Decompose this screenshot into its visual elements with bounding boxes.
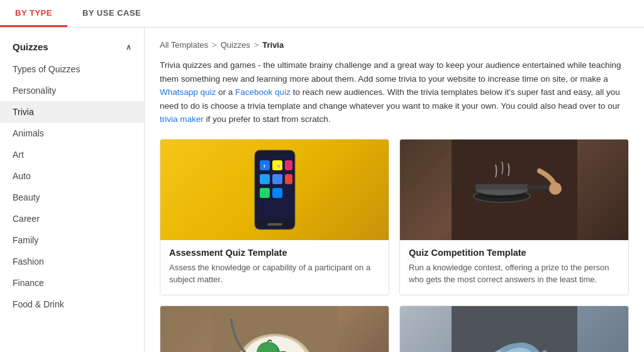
sidebar-item-personality[interactable]: Personality bbox=[0, 80, 144, 101]
desc-link-whatsapp[interactable]: Whatsapp quiz bbox=[160, 87, 216, 97]
svg-point-19 bbox=[549, 182, 562, 195]
card-image-competition bbox=[400, 140, 628, 240]
sidebar: Quizzes ∧ Types of Quizzes Personality T… bbox=[0, 28, 145, 352]
tab-by-type[interactable]: BY TYPE bbox=[0, 0, 67, 27]
main-content: All Templates > Quizzes > Trivia Trivia … bbox=[145, 28, 644, 352]
svg-rect-9 bbox=[260, 188, 270, 198]
svg-rect-8 bbox=[285, 174, 292, 184]
card-desc-competition: Run a knowledge contest, offering a priz… bbox=[409, 261, 619, 286]
desc-link-trivia-maker[interactable]: trivia maker bbox=[160, 114, 204, 124]
svg-rect-5 bbox=[285, 160, 292, 170]
svg-rect-6 bbox=[260, 174, 270, 184]
card-quiz-competition[interactable]: Quiz Competition Template Run a knowledg… bbox=[399, 139, 629, 295]
breadcrumb-sep-1: > bbox=[212, 40, 217, 50]
sidebar-item-trivia[interactable]: Trivia bbox=[0, 101, 144, 123]
svg-rect-17 bbox=[475, 184, 528, 190]
main-layout: Quizzes ∧ Types of Quizzes Personality T… bbox=[0, 28, 644, 352]
sidebar-item-family[interactable]: Family bbox=[0, 229, 144, 251]
breadcrumb-all-templates[interactable]: All Templates bbox=[160, 40, 208, 50]
svg-rect-2 bbox=[267, 223, 282, 226]
desc-text-end: if you prefer to start from scratch. bbox=[204, 114, 331, 124]
card-assessment-quiz[interactable]: f 👻 Assessment Quiz Template Assess the … bbox=[160, 139, 389, 295]
svg-text:👻: 👻 bbox=[277, 164, 281, 168]
sidebar-item-types-of-quizzes[interactable]: Types of Quizzes bbox=[0, 58, 144, 80]
desc-link-facebook[interactable]: Facebook quiz bbox=[235, 87, 291, 97]
card-health-quiz[interactable]: Health Quiz Template Test knowledge on h… bbox=[160, 305, 389, 352]
card-auto-quiz[interactable]: Auto Quiz Template Test knowledge on cla… bbox=[399, 305, 629, 352]
desc-text-before: Trivia quizzes and games - the ultimate … bbox=[160, 60, 621, 84]
page-description: Trivia quizzes and games - the ultimate … bbox=[160, 58, 629, 126]
sidebar-section-label: Quizzes bbox=[13, 41, 48, 52]
sidebar-item-career[interactable]: Career bbox=[0, 208, 144, 229]
card-image-health bbox=[160, 306, 389, 352]
card-title-competition: Quiz Competition Template bbox=[409, 248, 619, 258]
breadcrumb: All Templates > Quizzes > Trivia bbox=[160, 40, 629, 50]
sidebar-item-beauty[interactable]: Beauty bbox=[0, 187, 144, 208]
breadcrumb-current: Trivia bbox=[262, 40, 284, 50]
sidebar-item-finance[interactable]: Finance bbox=[0, 272, 144, 294]
card-body-competition: Quiz Competition Template Run a knowledg… bbox=[400, 240, 628, 295]
card-desc-assessment: Assess the knowledge or capability of a … bbox=[169, 261, 380, 286]
card-title-assessment: Assessment Quiz Template bbox=[169, 248, 380, 258]
sidebar-item-art[interactable]: Art bbox=[0, 144, 144, 165]
chevron-up-icon: ∧ bbox=[126, 43, 131, 52]
sidebar-item-fashion[interactable]: Fashion bbox=[0, 251, 144, 272]
card-image-auto bbox=[400, 306, 628, 352]
breadcrumb-sep-2: > bbox=[254, 40, 259, 50]
svg-rect-10 bbox=[272, 188, 282, 198]
sidebar-item-food-drink[interactable]: Food & Drink bbox=[0, 294, 144, 315]
card-body-assessment: Assessment Quiz Template Assess the know… bbox=[160, 240, 389, 295]
sidebar-item-auto[interactable]: Auto bbox=[0, 165, 144, 187]
desc-text-mid1: or a bbox=[216, 87, 235, 97]
svg-rect-7 bbox=[272, 174, 282, 184]
breadcrumb-quizzes[interactable]: Quizzes bbox=[221, 40, 250, 50]
tab-by-use-case[interactable]: BY USE CASE bbox=[67, 0, 156, 27]
cards-grid: f 👻 Assessment Quiz Template Assess the … bbox=[160, 139, 629, 352]
top-navigation: BY TYPE BY USE CASE bbox=[0, 0, 644, 28]
svg-text:f: f bbox=[264, 163, 265, 169]
sidebar-section-quizzes[interactable]: Quizzes ∧ bbox=[0, 38, 144, 58]
sidebar-item-animals[interactable]: Animals bbox=[0, 123, 144, 144]
card-image-assessment: f 👻 bbox=[160, 140, 389, 240]
